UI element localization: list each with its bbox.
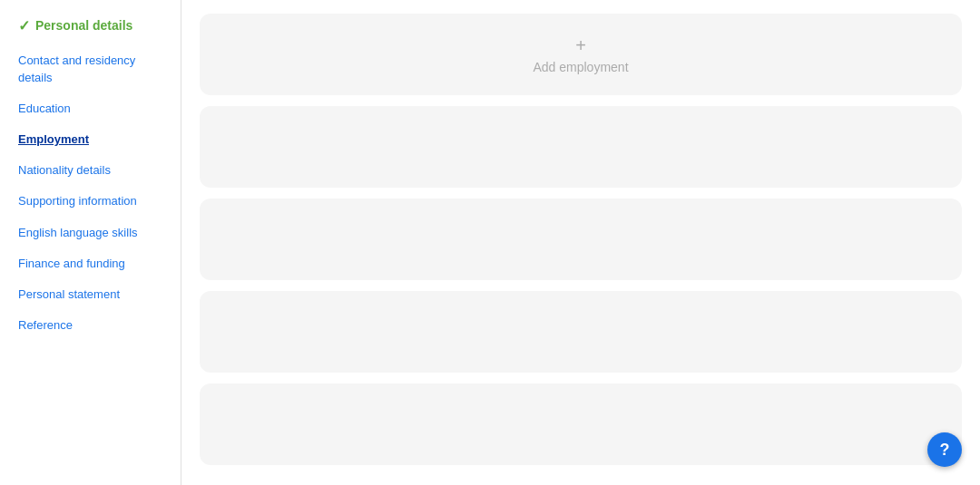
sidebar-item-finance-and-funding[interactable]: Finance and funding [0, 248, 181, 279]
sidebar-item-label: Supporting information [18, 194, 137, 208]
employment-card-3[interactable] [200, 291, 962, 373]
sidebar-personal-details-label: Personal details [35, 17, 132, 35]
add-employment-label: Add employment [533, 60, 628, 74]
plus-icon: + [575, 35, 586, 56]
sidebar-item-label: Contact and residency details [18, 53, 135, 83]
sidebar-item-label: Reference [18, 318, 73, 332]
sidebar-item-english-language-skills[interactable]: English language skills [0, 218, 181, 248]
employment-card-2[interactable] [200, 199, 962, 280]
sidebar-item-label: Finance and funding [18, 257, 125, 270]
employment-card-4[interactable] [200, 383, 962, 465]
sidebar-item-label: Personal statement [18, 287, 120, 301]
sidebar-item-personal-statement[interactable]: Personal statement [0, 279, 181, 310]
sidebar-item-contact-residency[interactable]: Contact and residency details [0, 45, 181, 92]
sidebar-item-label: Education [18, 102, 71, 115]
add-employment-card[interactable]: + Add employment [200, 14, 962, 95]
sidebar-item-education[interactable]: Education [0, 93, 181, 124]
sidebar-item-personal-details[interactable]: ✓ Personal details [0, 9, 181, 45]
employment-card-1[interactable] [200, 106, 962, 188]
sidebar-item-reference[interactable]: Reference [0, 310, 181, 341]
main-content: + Add employment [181, 0, 980, 485]
help-button[interactable]: ? [927, 432, 962, 467]
sidebar-item-label: Employment [18, 132, 89, 146]
sidebar-item-label: English language skills [18, 226, 138, 239]
sidebar-item-employment[interactable]: Employment [0, 124, 181, 155]
checkmark-icon: ✓ [18, 16, 30, 36]
sidebar-item-supporting-information[interactable]: Supporting information [0, 186, 181, 217]
sidebar: ✓ Personal details Contact and residency… [0, 0, 181, 485]
sidebar-item-nationality-details[interactable]: Nationality details [0, 155, 181, 186]
sidebar-item-label: Nationality details [18, 163, 111, 177]
